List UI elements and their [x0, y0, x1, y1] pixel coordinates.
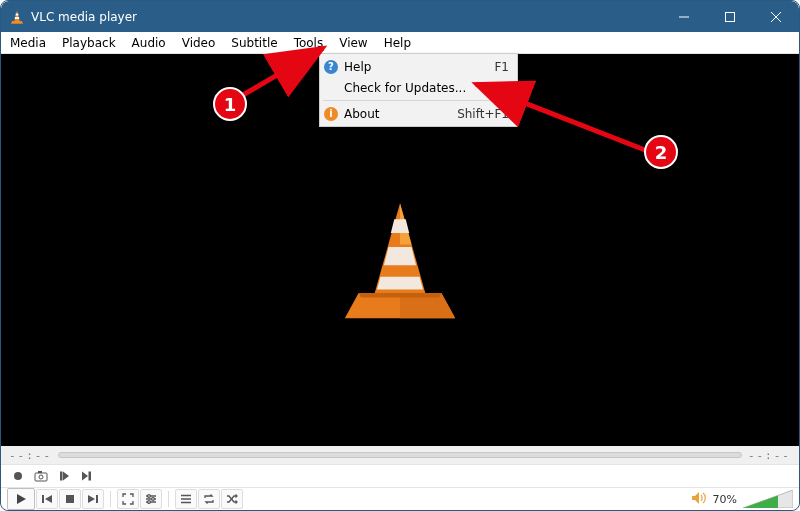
toolbar-row-2: 70%	[1, 487, 799, 510]
window-title: VLC media player	[31, 10, 661, 24]
svg-point-6	[39, 475, 43, 479]
snapshot-button[interactable]	[30, 466, 52, 486]
menu-separator	[323, 100, 514, 101]
menu-subtitle[interactable]: Subtitle	[223, 32, 285, 53]
next-button[interactable]	[82, 489, 104, 509]
svg-marker-9	[63, 472, 69, 481]
help-menu-about[interactable]: i About Shift+F1	[322, 103, 515, 124]
vlc-cone-icon	[9, 9, 25, 25]
menu-video[interactable]: Video	[174, 32, 224, 53]
help-menu-check-updates[interactable]: Check for Updates...	[322, 77, 515, 98]
question-icon: ?	[324, 60, 344, 74]
seekbar-row: --:-- --:--	[1, 446, 799, 464]
volume-percent: 70%	[713, 493, 737, 506]
playlist-button[interactable]	[175, 489, 197, 509]
svg-rect-5	[35, 473, 47, 481]
svg-rect-13	[42, 495, 44, 503]
svg-rect-15	[66, 495, 74, 503]
shuffle-button[interactable]	[221, 489, 243, 509]
time-elapsed: --:--	[9, 449, 52, 462]
close-button[interactable]	[753, 1, 799, 32]
svg-marker-29	[743, 495, 778, 508]
svg-point-21	[148, 495, 151, 498]
time-remaining: --:--	[748, 449, 791, 462]
volume-slider[interactable]	[743, 490, 793, 508]
svg-marker-12	[17, 494, 26, 504]
menubar: Media Playback Audio Video Subtitle Tool…	[1, 32, 799, 54]
stop-button[interactable]	[59, 489, 81, 509]
speaker-icon[interactable]	[691, 491, 707, 508]
menu-help[interactable]: Help	[376, 32, 419, 53]
loop-button[interactable]	[198, 489, 220, 509]
svg-point-4	[14, 472, 22, 480]
minimize-button[interactable]	[661, 1, 707, 32]
menu-media[interactable]: Media	[2, 32, 54, 53]
menu-tools[interactable]: Tools	[286, 32, 332, 53]
svg-rect-17	[96, 495, 98, 503]
prev-button[interactable]	[36, 489, 58, 509]
info-icon: i	[324, 107, 344, 121]
toolbar-row-1	[1, 464, 799, 487]
loop-a-button[interactable]	[53, 466, 75, 486]
svg-marker-16	[88, 495, 95, 503]
menu-playback[interactable]: Playback	[54, 32, 124, 53]
menu-audio[interactable]: Audio	[124, 32, 174, 53]
titlebar: VLC media player	[1, 1, 799, 32]
svg-marker-14	[45, 495, 52, 503]
ext-settings-button[interactable]	[140, 489, 162, 509]
separator	[168, 491, 169, 507]
help-menu-help[interactable]: ? Help F1	[322, 56, 515, 77]
svg-rect-8	[60, 472, 63, 481]
record-button[interactable]	[7, 466, 29, 486]
svg-rect-1	[726, 12, 735, 21]
separator	[110, 491, 111, 507]
loop-b-button[interactable]	[76, 466, 98, 486]
maximize-button[interactable]	[707, 1, 753, 32]
svg-rect-11	[89, 472, 92, 481]
help-dropdown: ? Help F1 Check for Updates... i About S…	[319, 53, 518, 127]
fullscreen-button[interactable]	[117, 489, 139, 509]
vlc-cone-logo	[343, 198, 458, 328]
svg-point-23	[148, 501, 151, 504]
svg-rect-7	[38, 471, 42, 473]
svg-point-22	[152, 498, 155, 501]
seek-slider[interactable]	[58, 452, 742, 458]
menu-view[interactable]: View	[331, 32, 375, 53]
play-button[interactable]	[7, 488, 35, 510]
svg-marker-27	[692, 492, 699, 504]
svg-marker-10	[82, 472, 88, 481]
